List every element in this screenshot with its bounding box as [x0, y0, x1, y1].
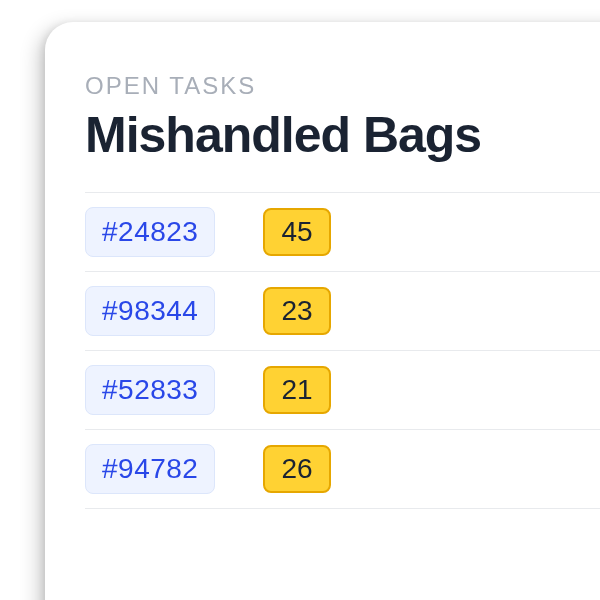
task-count-badge: 23 — [263, 287, 330, 335]
task-card: OPEN TASKS Mishandled Bags #24823 45 Ope… — [45, 22, 600, 600]
task-id-pill[interactable]: #94782 — [85, 444, 215, 494]
task-id-pill[interactable]: #52833 — [85, 365, 215, 415]
section-label: OPEN TASKS — [85, 72, 600, 100]
task-count-badge: 45 — [263, 208, 330, 256]
task-id-pill[interactable]: #98344 — [85, 286, 215, 336]
table-row: #24823 45 Open — [85, 192, 600, 271]
table-row: #98344 23 Open — [85, 271, 600, 350]
page-title: Mishandled Bags — [85, 106, 600, 164]
task-id-pill[interactable]: #24823 — [85, 207, 215, 257]
table-row: #94782 26 Open — [85, 429, 600, 509]
task-count-badge: 21 — [263, 366, 330, 414]
table-row: #52833 21 Open — [85, 350, 600, 429]
task-count-badge: 26 — [263, 445, 330, 493]
